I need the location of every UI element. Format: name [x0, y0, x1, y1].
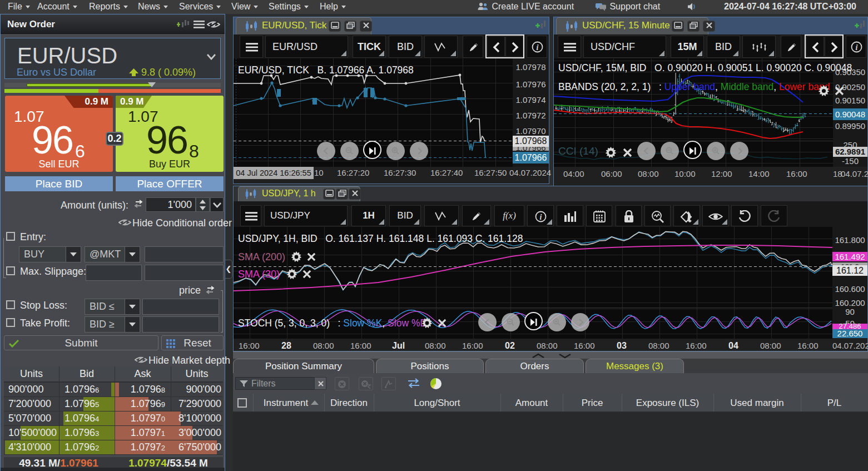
- svg-text:i: i: [537, 43, 539, 52]
- svg-text:i: i: [540, 213, 542, 221]
- svg-text:i: i: [856, 43, 858, 52]
